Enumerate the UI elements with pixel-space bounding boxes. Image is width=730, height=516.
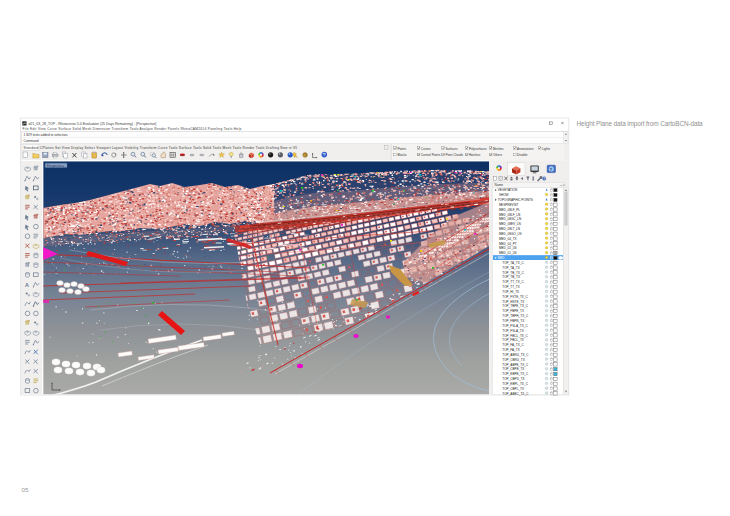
svg-text:Name: Name [495,183,504,187]
svg-text:TOP_EBPL_TX_C: TOP_EBPL_TX_C [502,382,528,386]
svg-text:Annotations: Annotations [517,147,534,151]
svg-text:TOP_TB_TX: TOP_TB_TX [502,275,520,279]
svg-text:Point Clouds: Point Clouds [445,153,463,157]
svg-text:Command: Command [24,139,39,143]
svg-text:TOP_HSTE_TX: TOP_HSTE_TX [502,300,524,304]
svg-text:TOP_FSLA_TX_C: TOP_FSLA_TX_C [502,324,528,328]
svg-text:TOP_FA_TX: TOP_FA_TX [502,348,519,352]
svg-text:Curves: Curves [421,147,431,151]
svg-text:Polysurfaces: Polysurfaces [469,147,487,151]
svg-text:TOP_TB_TX_C: TOP_TB_TX_C [502,271,524,275]
svg-text:TOP_FBPE_TX: TOP_FBPE_TX [502,309,524,313]
svg-text:TOP_CBPL_TX: TOP_CBPL_TX [502,387,524,391]
svg-text:TOP_ABRU_TX_C: TOP_ABRU_TX_C [502,353,529,357]
svg-text:MED_08LF_LN: MED_08LF_LN [499,213,520,217]
svg-text:Meshes: Meshes [493,147,504,151]
svg-text:Perspective ▸: Perspective ▸ [47,164,65,168]
svg-text:TOP_FBPN_TX: TOP_FBPN_TX [502,319,524,323]
svg-text:MED_08EV_LN: MED_08EV_LN [499,222,521,226]
svg-text:TOP_FA_TX_C: TOP_FA_TX_C [502,343,524,347]
svg-text:Hatches: Hatches [469,153,481,157]
svg-text:1 829 texts added to selection: 1 829 texts added to selection. [24,133,69,137]
svg-text:A: A [25,282,29,288]
svg-text:?: ? [550,167,553,172]
svg-text:Height Plane data import from: Height Plane data import from CartoBCN-d… [577,120,704,128]
svg-text:MED_01_LN: MED_01_LN [499,251,517,255]
svg-text:VEGETATION: VEGETATION [498,188,517,192]
svg-text:MED_08LF_PL: MED_08LF_PL [499,208,520,212]
svg-text:MED_08GO_LN: MED_08GO_LN [499,232,522,236]
svg-text:TOP_ABEC_TX_C: TOP_ABEC_TX_C [502,392,529,396]
svg-text:TOP_TA_TX_C: TOP_TA_TX_C [502,261,524,265]
svg-text:SHOW: SHOW [499,193,509,197]
svg-text:TOP_FBCL_TX: TOP_FBCL_TX [502,338,524,342]
svg-text:TOP_FBCL_TX_C: TOP_FBCL_TX_C [502,334,528,338]
svg-text:Points: Points [397,147,406,151]
svg-text:TOP_TBPE_TX_C: TOP_TBPE_TX_C [502,304,528,308]
svg-text:?: ? [543,177,545,181]
svg-text:MED_04_PT: MED_04_PT [499,242,517,246]
svg-text:TOP_CBPE_TX: TOP_CBPE_TX [502,367,524,371]
svg-text:TOP_TBPH_TX_C: TOP_TBPH_TX_C [502,314,529,318]
svg-text:MED_08GC_LN: MED_08GC_LN [499,217,521,221]
svg-text:NESPREVIST: NESPREVIST [499,203,519,207]
svg-text:TOP_CBPD_TX: TOP_CBPD_TX [502,377,524,381]
svg-text:MED: MED [498,256,506,260]
svg-text:Blocks: Blocks [397,153,407,157]
svg-text:Lights: Lights [542,147,551,151]
svg-text:?: ? [323,153,325,157]
svg-text:Standard CPlanes Set Vie: Standard CPlanes Set View Display Select… [24,146,298,150]
svg-text:Others: Others [493,153,503,157]
svg-text:TOP_ABPE_TX_C: TOP_ABPE_TX_C [502,363,529,367]
svg-text:TOP_HI_TX: TOP_HI_TX [502,290,519,294]
svg-text:TOP_TT_TX: TOP_TT_TX [502,285,519,289]
svg-text:TOP_TT_TX_C: TOP_TT_TX_C [502,280,524,284]
svg-text:d21_03_28_TOP - Rhinoceros 5.0: d21_03_28_TOP - Rhinoceros 5.0 Evaluatio… [29,122,157,126]
svg-text:TOP_FSLA_TX: TOP_FSLA_TX [502,329,523,333]
svg-text:File Edit View Curve S: File Edit View Curve Surface Solid Mesh … [23,127,242,131]
svg-text:TOP_CBRU_TX: TOP_CBRU_TX [502,358,524,362]
svg-text:TOP_EBPE_TX_C: TOP_EBPE_TX_C [502,372,529,376]
svg-text:TOPOGRAPHIC POINTS: TOPOGRAPHIC POINTS [498,198,533,202]
svg-text:TOP_FVTE_TX_C: TOP_FVTE_TX_C [502,295,528,299]
svg-text:Disable: Disable [517,153,528,157]
svg-text:Control Points: Control Points [421,153,441,157]
svg-text:MED_02_LN: MED_02_LN [499,246,517,250]
svg-text:TOP_TA_TX: TOP_TA_TX [502,266,519,270]
svg-text:05: 05 [22,486,29,493]
svg-text:MED_08LT_LN: MED_08LT_LN [499,227,520,231]
svg-text:MED_04_TX: MED_04_TX [499,237,517,241]
svg-text:Surfaces: Surfaces [445,147,458,151]
